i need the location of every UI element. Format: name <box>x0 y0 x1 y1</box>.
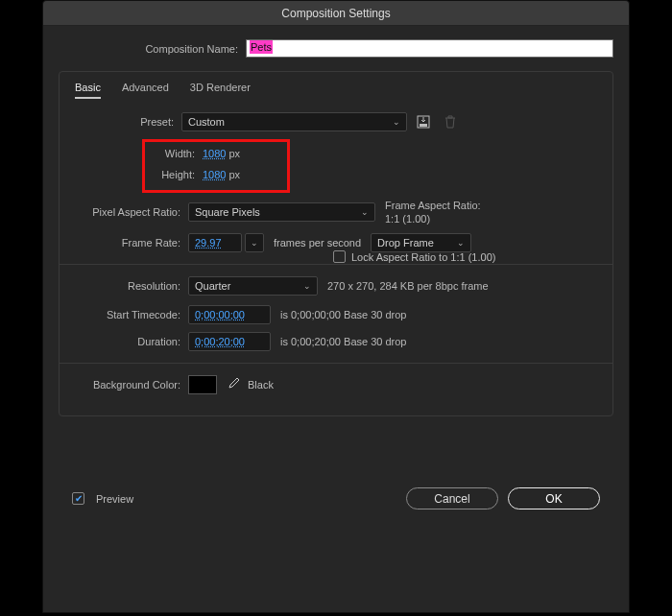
composition-name-value: Pets <box>250 40 273 54</box>
trash-icon <box>444 115 456 129</box>
composition-name-input[interactable]: Pets <box>246 39 613 58</box>
preview-checkbox[interactable]: ✔ <box>72 492 84 505</box>
height-label: Height: <box>151 169 203 180</box>
save-preset-icon <box>417 115 430 129</box>
tab-strip: Basic Advanced 3D Renderer <box>75 82 601 99</box>
bg-color-name: Black <box>248 379 274 391</box>
preset-value: Custom <box>188 116 225 128</box>
width-unit: px <box>228 148 240 159</box>
resolution-info: 270 x 270, 284 KB per 8bpc frame <box>327 280 489 292</box>
width-label: Width: <box>151 148 203 159</box>
bg-color-swatch[interactable] <box>188 375 217 394</box>
start-timecode-label: Start Timecode: <box>71 309 188 320</box>
titlebar: Composition Settings <box>43 1 629 26</box>
lock-aspect-checkbox[interactable] <box>333 250 346 263</box>
tab-advanced[interactable]: Advanced <box>122 82 169 99</box>
chevron-down-icon: ⌄ <box>303 281 311 291</box>
height-unit: px <box>228 169 240 180</box>
width-input[interactable]: 1080 <box>203 148 226 159</box>
duration-info: is 0;00;20;00 Base 30 drop <box>280 336 406 347</box>
dimensions-highlight: Width: 1080 px Height: 1080 px <box>142 139 290 193</box>
fps-unit-label: frames per second <box>274 237 361 249</box>
dropframe-select[interactable]: Drop Frame ⌄ <box>371 233 471 252</box>
start-timecode-info: is 0;00;00;00 Base 30 drop <box>280 309 406 320</box>
resolution-select[interactable]: Quarter ⌄ <box>188 276 318 296</box>
eyedropper-icon <box>227 377 240 391</box>
dropframe-value: Drop Frame <box>377 237 434 249</box>
lock-aspect-row: Lock Aspect Ratio to 1:1 (1.00) <box>333 250 495 263</box>
chevron-down-icon: ⌄ <box>393 117 400 127</box>
settings-panel: Basic Advanced 3D Renderer Preset: Custo… <box>59 71 613 416</box>
resolution-label: Resolution: <box>71 280 188 292</box>
divider <box>60 363 612 364</box>
cancel-button[interactable]: Cancel <box>406 487 498 509</box>
composition-settings-dialog: Composition Settings Composition Name: P… <box>42 0 630 613</box>
par-label: Pixel Aspect Ratio: <box>71 206 188 218</box>
framerate-input[interactable]: 29.97 <box>188 233 242 252</box>
chevron-down-icon: ⌄ <box>361 207 369 217</box>
tab-basic[interactable]: Basic <box>75 82 101 99</box>
start-timecode-input[interactable]: 0;00;00;00 <box>188 305 271 324</box>
duration-label: Duration: <box>71 336 188 347</box>
preset-select[interactable]: Custom ⌄ <box>181 112 407 131</box>
framerate-label: Frame Rate: <box>71 237 188 249</box>
par-value: Square Pixels <box>195 206 260 218</box>
par-select[interactable]: Square Pixels ⌄ <box>188 202 375 222</box>
chevron-down-icon: ⌄ <box>457 238 465 248</box>
delete-preset-button <box>440 112 461 131</box>
save-preset-button[interactable] <box>413 112 434 131</box>
bg-color-label: Background Color: <box>71 379 188 391</box>
resolution-value: Quarter <box>195 280 230 292</box>
preview-label: Preview <box>96 493 133 505</box>
preset-label: Preset: <box>71 116 181 128</box>
tab-3d-renderer[interactable]: 3D Renderer <box>190 82 251 99</box>
composition-name-label: Composition Name: <box>59 43 246 55</box>
svg-rect-1 <box>420 124 427 127</box>
divider <box>60 264 612 265</box>
lock-aspect-label: Lock Aspect Ratio to 1:1 (1.00) <box>351 251 495 263</box>
height-input[interactable]: 1080 <box>203 169 226 180</box>
ok-button[interactable]: OK <box>508 487 600 509</box>
duration-input[interactable]: 0;00;20;00 <box>188 332 271 351</box>
eyedropper-button[interactable] <box>227 377 240 393</box>
framerate-chevron[interactable]: ⌄ <box>245 233 264 252</box>
frame-aspect-info: Frame Aspect Ratio: 1:1 (1.00) <box>385 199 481 225</box>
window-title: Composition Settings <box>281 7 390 20</box>
checkmark-icon: ✔ <box>75 493 83 504</box>
